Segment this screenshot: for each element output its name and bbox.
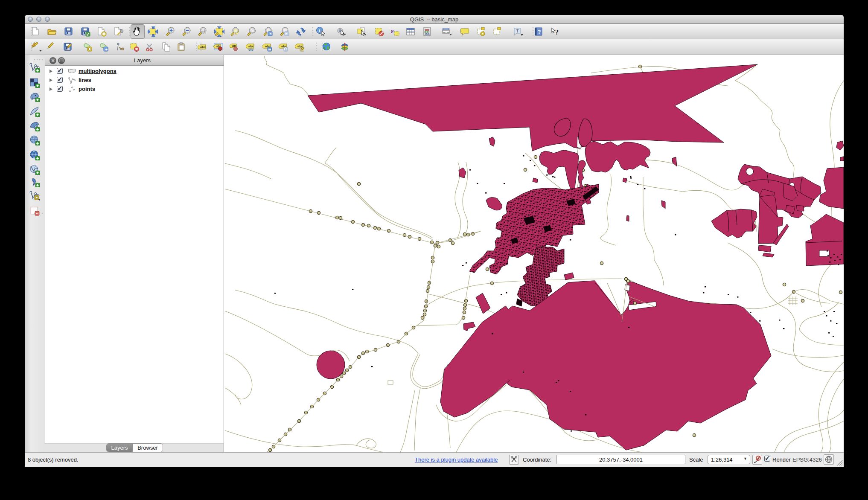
svg-text:i: i — [319, 28, 320, 33]
svg-text:?: ? — [555, 29, 559, 36]
svg-text:T: T — [516, 29, 519, 33]
svg-text:?: ? — [538, 29, 541, 35]
svg-text:ε: ε — [391, 27, 394, 35]
svg-text:1:1: 1:1 — [201, 29, 206, 32]
svg-text:abc: abc — [248, 44, 254, 48]
